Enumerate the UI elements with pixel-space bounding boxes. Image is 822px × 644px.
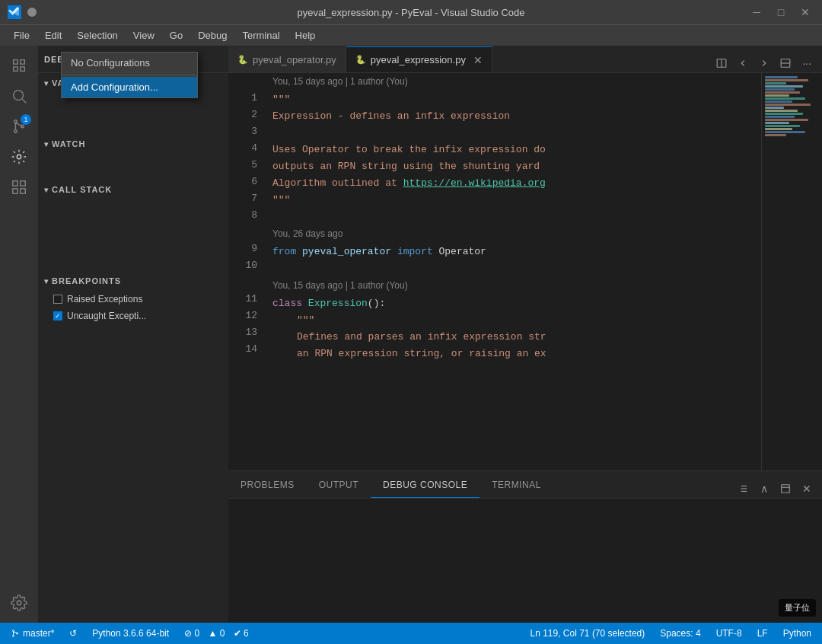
panel-close-button[interactable]: ✕ [798, 480, 816, 498]
minimap [761, 73, 822, 470]
watch-section: ▾ WATCH [38, 134, 228, 180]
tab-pyeval-expression[interactable]: 🐍 pyeval_expression.py ✕ [346, 46, 492, 72]
minimap-line [765, 85, 803, 88]
minimap-line [765, 88, 795, 91]
status-branch[interactable]: master* [8, 628, 57, 639]
activity-explorer[interactable] [5, 52, 33, 79]
minimap-line [765, 122, 789, 124]
more-actions-button[interactable]: ··· [798, 54, 816, 72]
raised-exceptions-checkbox[interactable] [53, 295, 62, 304]
line-num-5: 5 [228, 157, 257, 174]
navigate-forward-button[interactable] [755, 54, 773, 72]
menu-help[interactable]: Help [289, 27, 322, 43]
status-line-ending[interactable]: LF [754, 628, 771, 639]
code-line-5: outputs an RPN string using the shunting… [272, 158, 761, 175]
menu-debug[interactable]: Debug [192, 27, 233, 43]
line-num-2: 2 [228, 107, 257, 123]
encoding-label: UTF-8 [716, 628, 742, 639]
tab-pyeval-operator[interactable]: 🐍 pyeval_operator.py [228, 46, 346, 72]
line-num-7: 7 [228, 190, 257, 207]
activity-source-control[interactable]: 1 [5, 113, 33, 140]
status-python[interactable]: Python 3.6.6 64-bit [89, 628, 172, 639]
status-spaces[interactable]: Spaces: 4 [657, 628, 703, 639]
tab-expression-icon: 🐍 [355, 55, 366, 65]
menu-go[interactable]: Go [164, 27, 189, 43]
minimap-line [765, 110, 798, 112]
line-num-8: 8 [228, 207, 257, 224]
minimap-content [762, 73, 822, 140]
panel-filter-button[interactable] [734, 480, 752, 498]
minimap-line [765, 100, 792, 103]
code-editor[interactable]: 1 2 3 4 5 6 7 8 9 10 11 12 13 14 You, 15… [228, 73, 822, 470]
minimap-line [765, 76, 798, 78]
tab-expression-label: pyeval_expression.py [371, 54, 466, 65]
close-button[interactable]: ✕ [796, 3, 814, 21]
activity-settings[interactable] [5, 589, 33, 617]
navigate-back-button[interactable] [734, 54, 752, 72]
window-title: pyeval_expression.py - PyEval - Visual S… [298, 7, 525, 18]
minimap-line [765, 131, 805, 133]
breakpoints-header[interactable]: ▾ BREAKPOINTS [38, 271, 228, 291]
minimap-line [765, 116, 795, 118]
line-num-6: 6 [228, 174, 257, 190]
uncaught-exceptions-checkbox[interactable] [53, 311, 62, 320]
panel-maximize-button[interactable] [776, 480, 795, 498]
code-line-8 [272, 209, 761, 225]
git-info-spacer-3 [228, 274, 257, 291]
sync-icon: ↺ [69, 628, 77, 639]
svg-point-7 [17, 155, 21, 159]
tab-close-button[interactable]: ✕ [473, 54, 483, 66]
status-sync[interactable]: ↺ [66, 628, 80, 639]
watch-header[interactable]: ▾ WATCH [38, 134, 228, 154]
activity-bar: 1 [0, 46, 38, 623]
split-editor-button[interactable] [712, 54, 731, 72]
menu-bar: File Edit Selection View Go Debug Termin… [0, 24, 822, 46]
code-line-12: """ [272, 312, 761, 329]
raised-exceptions-label: Raised Exceptions [67, 294, 142, 304]
panel-tab-problems[interactable]: PROBLEMS [228, 472, 307, 498]
minimize-button[interactable]: ─ [747, 3, 766, 21]
svg-point-2 [14, 120, 18, 123]
code-line-10 [272, 260, 761, 277]
minimap-line [765, 119, 808, 121]
vscode-icon [8, 5, 21, 19]
panel-collapse-button[interactable]: ∧ [755, 480, 773, 498]
status-cursor[interactable]: Ln 119, Col 71 (70 selected) [527, 628, 648, 639]
add-configuration-item[interactable]: Add Configuration... [62, 77, 197, 97]
svg-line-1 [22, 99, 26, 103]
status-encoding[interactable]: UTF-8 [713, 628, 745, 639]
watermark: 量子位 [779, 599, 816, 617]
language-label: Python [783, 628, 811, 639]
panel-tab-output[interactable]: OUTPUT [307, 472, 371, 498]
activity-debug[interactable] [5, 143, 33, 171]
status-errors[interactable]: ⊘ 0 ▲ 0 ✔ 6 [181, 628, 252, 639]
svg-point-29 [13, 636, 14, 637]
uncaught-exceptions-label: Uncaught Excepti... [67, 311, 146, 321]
callstack-section: ▾ CALL STACK [38, 180, 228, 271]
svg-point-0 [14, 91, 24, 100]
menu-edit[interactable]: Edit [39, 27, 68, 43]
minimap-line [765, 134, 786, 136]
tab-operator-icon: 🐍 [237, 55, 248, 65]
maximize-button[interactable]: □ [772, 3, 790, 21]
menu-file[interactable]: File [8, 27, 36, 43]
code-content: You, 15 days ago | 1 author (You) """ Ex… [266, 73, 761, 470]
error-count: ⊘ 0 [184, 628, 199, 639]
callstack-header[interactable]: ▾ CALL STACK [38, 180, 228, 199]
tab-operator-label: pyeval_operator.py [253, 54, 336, 65]
no-configurations-item[interactable]: No Configurations [62, 53, 197, 73]
activity-search[interactable] [5, 82, 33, 110]
status-language[interactable]: Python [780, 628, 814, 639]
menu-view[interactable]: View [127, 27, 161, 43]
panel-tab-debug-console[interactable]: DEBUG CONSOLE [371, 472, 480, 498]
line-num-1: 1 [228, 90, 257, 107]
callstack-label: CALL STACK [52, 185, 112, 194]
svg-point-28 [13, 630, 14, 632]
panel-content [228, 499, 822, 623]
menu-selection[interactable]: Selection [71, 27, 123, 43]
menu-terminal[interactable]: Terminal [236, 27, 285, 43]
activity-extensions[interactable] [5, 174, 33, 201]
split-vertical-button[interactable] [776, 54, 795, 72]
svg-rect-8 [13, 181, 18, 186]
panel-tab-terminal[interactable]: TERMINAL [480, 472, 553, 498]
